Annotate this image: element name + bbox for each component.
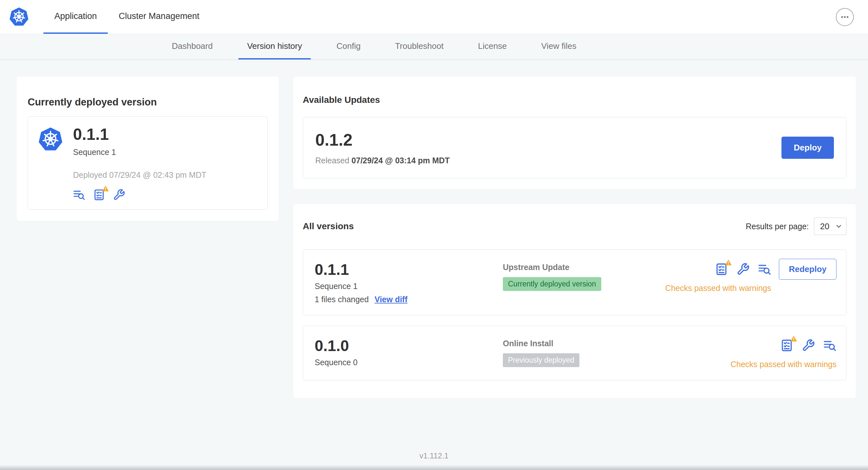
status-badge: Previously deployed (503, 353, 580, 367)
warning-icon (102, 185, 109, 192)
status-badge: Currently deployed version (503, 277, 601, 291)
subnav-tab-view-files[interactable]: View files (532, 34, 585, 60)
version-row-source: Online Install Previously deployed (503, 337, 731, 367)
tab-cluster-management[interactable]: Cluster Management (108, 0, 210, 34)
tab-application[interactable]: Application (43, 0, 108, 34)
ellipsis-icon (839, 11, 850, 23)
update-version-number: 0.1.2 (315, 130, 450, 149)
available-updates-title: Available Updates (303, 95, 846, 105)
version-number: 0.1.1 (315, 261, 503, 278)
right-column: Available Updates 0.1.2 Released 07/29/2… (293, 76, 856, 398)
currently-deployed-panel: Currently deployed version 0.1.1 Sequenc… (17, 76, 279, 221)
version-row: 0.1.1 Sequence 1 1 files changed View di… (303, 249, 846, 315)
currently-deployed-title: Currently deployed version (28, 96, 268, 108)
preflight-checks-icon[interactable] (715, 263, 728, 276)
kubernetes-app-icon (38, 127, 63, 152)
config-icon[interactable] (802, 339, 815, 352)
app-subnav: Dashboard Version history Config Trouble… (0, 34, 868, 60)
version-action-icons (715, 261, 771, 276)
config-icon[interactable] (736, 263, 750, 276)
released-timestamp: 07/29/24 @ 03:14 pm MDT (352, 156, 450, 165)
subnav-tab-troubleshoot[interactable]: Troubleshoot (386, 34, 452, 60)
main-content: Currently deployed version 0.1.1 Sequenc… (0, 60, 868, 398)
all-versions-title: All versions (303, 221, 354, 231)
redeploy-button[interactable]: Redeploy (779, 259, 836, 280)
checks-status-text: Checks passed with warnings (731, 360, 836, 369)
warning-icon (725, 259, 732, 266)
update-card: 0.1.2 Released 07/29/24 @ 03:14 pm MDT D… (303, 117, 846, 178)
version-source-label: Upstream Update (503, 263, 665, 272)
deployed-version-card: 0.1.1 Sequence 1 Deployed 07/29/24 @ 02:… (28, 116, 268, 210)
deployed-action-icons (73, 189, 207, 201)
subnav-tab-dashboard[interactable]: Dashboard (163, 34, 221, 60)
all-versions-panel: All versions Results per page: 20 0.1.1 … (293, 204, 856, 398)
version-row-actions: Checks passed with warnings Redeploy (665, 261, 836, 293)
app-version-footer: v1.112.1 (0, 451, 868, 460)
view-diff-link[interactable]: View diff (374, 295, 407, 304)
bottom-edge-strip (0, 465, 868, 470)
release-notes-icon[interactable] (73, 189, 85, 201)
top-header: Application Cluster Management (0, 0, 868, 34)
results-per-page-select[interactable]: 20 (814, 217, 846, 235)
release-notes-icon[interactable] (758, 263, 771, 276)
version-source-label: Online Install (503, 339, 731, 348)
results-per-page: Results per page: 20 (746, 217, 846, 235)
warning-icon (790, 335, 797, 342)
version-row-actions: Checks passed with warnings (731, 337, 836, 369)
subnav-tab-license[interactable]: License (469, 34, 516, 60)
version-action-icons (780, 337, 836, 352)
kubernetes-logo-icon (9, 7, 29, 27)
version-files-line: 1 files changed View diff (315, 295, 503, 304)
version-row-info: 0.1.0 Sequence 0 (315, 337, 503, 367)
primary-nav: Application Cluster Management (43, 0, 210, 34)
files-changed-label: 1 files changed (315, 295, 369, 304)
preflight-checks-icon[interactable] (780, 339, 793, 352)
version-row-info: 0.1.1 Sequence 1 1 files changed View di… (315, 261, 503, 304)
results-per-page-select-wrap: 20 (814, 217, 846, 235)
subnav-tab-version-history[interactable]: Version history (238, 34, 311, 60)
results-per-page-label: Results per page: (746, 222, 809, 231)
preflight-checks-icon[interactable] (93, 189, 105, 201)
deploy-button[interactable]: Deploy (781, 137, 834, 159)
update-released-line: Released 07/29/24 @ 03:14 pm MDT (315, 156, 450, 165)
version-icons-stack: Checks passed with warnings (665, 261, 771, 293)
available-updates-panel: Available Updates 0.1.2 Released 07/29/2… (293, 76, 856, 189)
deployed-timestamp: Deployed 07/29/24 @ 02:43 pm MDT (73, 170, 207, 180)
version-icons-stack: Checks passed with warnings (731, 337, 836, 369)
version-sequence: Sequence 0 (315, 358, 503, 367)
version-sequence: Sequence 1 (315, 281, 503, 291)
update-info: 0.1.2 Released 07/29/24 @ 03:14 pm MDT (315, 130, 450, 165)
subnav-tab-config[interactable]: Config (328, 34, 369, 60)
overflow-menu-button[interactable] (836, 8, 854, 26)
version-row: 0.1.0 Sequence 0 Online Install Previous… (303, 326, 846, 380)
deployed-version-details: 0.1.1 Sequence 1 Deployed 07/29/24 @ 02:… (73, 125, 207, 201)
version-number: 0.1.0 (315, 337, 503, 355)
version-row-source: Upstream Update Currently deployed versi… (503, 261, 665, 291)
config-icon[interactable] (113, 189, 125, 201)
checks-status-text: Checks passed with warnings (665, 283, 771, 293)
all-versions-header: All versions Results per page: 20 (303, 214, 846, 239)
deployed-version-number: 0.1.1 (73, 125, 207, 144)
released-label: Released (315, 156, 349, 165)
release-notes-icon[interactable] (823, 339, 836, 352)
deployed-sequence: Sequence 1 (73, 147, 207, 157)
